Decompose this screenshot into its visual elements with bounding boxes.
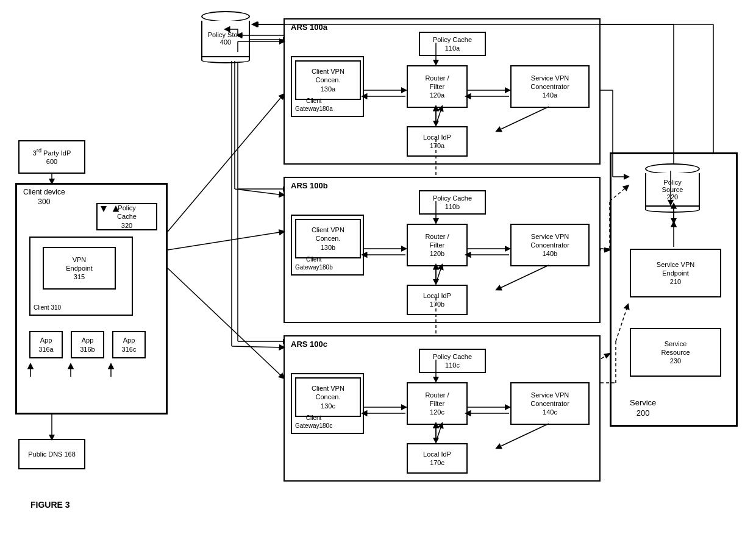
client-device-container: Client device300 PolicyCache320 Client 3… bbox=[15, 183, 168, 415]
figure-label-text: FIGURE 3 bbox=[30, 500, 70, 510]
local-idp-170c: Local IdP170c bbox=[407, 443, 468, 474]
svg-line-20 bbox=[232, 346, 284, 347]
policy-cache-110b: Policy Cache110b bbox=[419, 190, 486, 215]
diagram-container: Policy Store 400 3rd Party IdP600 Public… bbox=[0, 0, 756, 548]
policy-store: Policy Store 400 bbox=[201, 11, 250, 63]
service-vpn-140c: Service VPNConcentrator140c bbox=[510, 382, 590, 425]
policy-source-bottom bbox=[645, 207, 700, 213]
service-vpn-140c-label: Service VPNConcentrator140c bbox=[530, 391, 569, 417]
policy-cache-110b-label: Policy Cache110b bbox=[433, 194, 472, 212]
ars-100c-label: ARS 100c bbox=[291, 340, 327, 350]
ars-100a-container: ARS 100a Policy Cache110a Client VPNConc… bbox=[284, 18, 601, 165]
policy-cache-110c-label: Policy Cache110c bbox=[433, 352, 472, 370]
svg-line-24 bbox=[168, 232, 284, 250]
client-310: Client 310 VPNEndpoint315 bbox=[29, 237, 133, 316]
client-vpn-130b: Client VPNConcen.130b bbox=[295, 219, 361, 258]
ars-100c-container: ARS 100c Policy Cache110c Client VPNConc… bbox=[284, 335, 601, 482]
router-filter-120c: Router /Filter120c bbox=[407, 382, 468, 425]
vpn-endpoint-315: VPNEndpoint315 bbox=[43, 247, 116, 290]
third-party-idp-label: 3rd Party IdP600 bbox=[33, 148, 71, 166]
cylinder-bottom-cap bbox=[201, 57, 250, 63]
local-idp-170a-label: Local IdP170a bbox=[423, 133, 451, 151]
client-vpn-130a-label: Client VPNConcen.130a bbox=[312, 67, 344, 93]
client-vpn-130c-outer: Client VPNConcen.130c ClientGateway180c bbox=[291, 373, 364, 434]
router-filter-120a: Router /Filter120a bbox=[407, 65, 468, 108]
app-316b-label: App316b bbox=[80, 336, 94, 354]
service-200-container: Service200 PolicySource220 Service VPNEn… bbox=[610, 152, 738, 427]
local-idp-170b: Local IdP170b bbox=[407, 285, 468, 315]
client-vpn-130b-label: Client VPNConcen.130b bbox=[312, 226, 344, 252]
client-vpn-130b-outer: Client VPNConcen.130b ClientGateway180b bbox=[291, 215, 364, 276]
app-316b: App316b bbox=[71, 331, 104, 358]
policy-cache-110c: Policy Cache110c bbox=[419, 349, 486, 373]
policy-source: PolicySource220 bbox=[645, 163, 700, 213]
client-vpn-130a: Client VPNConcen.130a bbox=[295, 60, 361, 100]
public-dns: Public DNS 168 bbox=[18, 439, 85, 469]
ars-100a-label: ARS 100a bbox=[291, 23, 327, 33]
service-vpn-140a: Service VPNConcentrator140a bbox=[510, 65, 590, 108]
policy-cache-320: PolicyCache320 bbox=[96, 203, 157, 230]
service-vpn-140b-label: Service VPNConcentrator140b bbox=[530, 232, 569, 258]
client-gateway-180a-label: ClientGateway180a bbox=[295, 97, 333, 113]
client-vpn-130c: Client VPNConcen.130c bbox=[295, 377, 361, 417]
svg-line-23 bbox=[168, 94, 284, 232]
local-idp-170c-label: Local IdP170c bbox=[423, 450, 451, 468]
third-party-idp: 3rd Party IdP600 bbox=[18, 140, 85, 174]
policy-cache-320-label: PolicyCache320 bbox=[117, 204, 137, 230]
service-resource-230-label: ServiceResource230 bbox=[661, 340, 690, 366]
figure-label: FIGURE 3 bbox=[30, 500, 70, 510]
client-310-label: Client 310 bbox=[34, 304, 61, 311]
svg-line-18 bbox=[235, 189, 284, 195]
policy-cache-110a-label: Policy Cache110a bbox=[433, 35, 472, 53]
app-316c: App316c bbox=[112, 331, 146, 358]
ars-100b-label: ARS 100b bbox=[291, 181, 328, 191]
client-vpn-130c-label: Client VPNConcen.130c bbox=[312, 384, 344, 410]
client-vpn-130a-outer: Client VPNConcen.130a ClientGateway180a bbox=[291, 56, 364, 117]
service-vpn-140a-label: Service VPNConcentrator140a bbox=[530, 74, 569, 100]
service-resource-230: ServiceResource230 bbox=[630, 328, 721, 377]
local-idp-170a: Local IdP170a bbox=[407, 126, 468, 157]
router-filter-120c-label: Router /Filter120c bbox=[425, 391, 449, 417]
service-vpn-140b: Service VPNConcentrator140b bbox=[510, 224, 590, 266]
router-filter-120a-label: Router /Filter120a bbox=[425, 74, 449, 100]
app-316a: App316a bbox=[29, 331, 63, 358]
app-316a-label: App316a bbox=[38, 336, 53, 354]
policy-source-label: PolicySource220 bbox=[662, 179, 683, 201]
cylinder-body: Policy Store 400 bbox=[201, 21, 250, 57]
public-dns-label: Public DNS 168 bbox=[28, 450, 76, 458]
ars-100b-container: ARS 100b Policy Cache110b Client VPNConc… bbox=[284, 177, 601, 323]
client-gateway-180b-label: ClientGateway180b bbox=[295, 255, 333, 271]
policy-cache-110a: Policy Cache110a bbox=[419, 32, 486, 56]
service-200-label: Service200 bbox=[630, 398, 656, 419]
svg-line-25 bbox=[168, 268, 284, 378]
router-filter-120b: Router /Filter120b bbox=[407, 224, 468, 266]
router-filter-120b-label: Router /Filter120b bbox=[425, 232, 449, 258]
local-idp-170b-label: Local IdP170b bbox=[423, 291, 451, 309]
service-vpn-endpoint-210-label: Service VPNEndpoint210 bbox=[657, 260, 694, 286]
vpn-endpoint-label: VPNEndpoint315 bbox=[66, 255, 92, 282]
policy-store-label: Policy Store 400 bbox=[202, 31, 249, 46]
app-316c-label: App316c bbox=[122, 336, 137, 354]
client-gateway-180c-label: ClientGateway180c bbox=[295, 414, 332, 430]
policy-source-body: PolicySource220 bbox=[645, 173, 700, 207]
service-vpn-endpoint-210: Service VPNEndpoint210 bbox=[630, 249, 721, 297]
client-device-label: Client device300 bbox=[23, 188, 65, 207]
